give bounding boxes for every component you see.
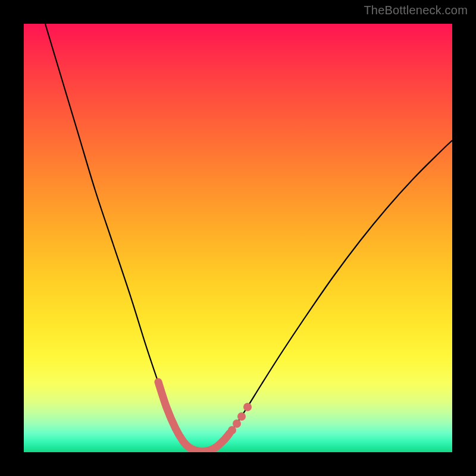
bottleneck-curve [45, 24, 452, 452]
highlight-dots [228, 403, 252, 434]
highlight-dot [237, 412, 246, 421]
chart-frame: TheBottleneck.com [0, 0, 476, 476]
plot-area [24, 24, 452, 452]
highlight-dot [233, 419, 241, 428]
chart-svg [24, 24, 452, 452]
watermark: TheBottleneck.com [364, 4, 468, 17]
highlight-dot [243, 403, 252, 411]
highlight-bottom [158, 382, 230, 452]
